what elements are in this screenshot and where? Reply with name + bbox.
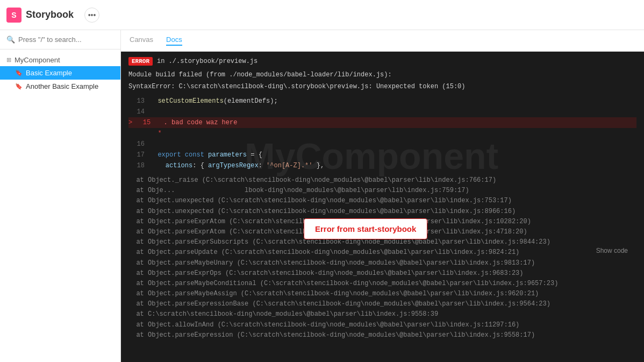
tab-canvas[interactable]: Canvas xyxy=(130,36,153,46)
sidebar-group-mycomponent[interactable]: ⊞ MyComponent xyxy=(0,54,120,66)
stack-line: at Object.unexpected (C:\scratch\stencil… xyxy=(128,196,636,206)
app-header: S Storybook ••• xyxy=(0,0,644,30)
sidebar-item-basic-example[interactable]: 🔖 Basic Example xyxy=(0,66,120,80)
stack-line: at Object.parseMaybeConditional (C:\scra… xyxy=(128,279,636,289)
bookmark-icon: 🔖 xyxy=(15,69,23,76)
bookmark-icon: 🔖 xyxy=(15,83,23,90)
app-name: Storybook xyxy=(26,9,74,20)
search-icon: 🔍 xyxy=(6,36,15,44)
tab-bar: Canvas Docs xyxy=(121,30,644,52)
sidebar-tree: ⊞ MyComponent 🔖 Basic Example 🔖 Another … xyxy=(0,49,120,362)
error-arrow: > xyxy=(128,119,132,126)
tab-docs[interactable]: Docs xyxy=(166,36,182,46)
stack-line: at Object._raise (C:\scratch\stencilbook… xyxy=(128,175,636,186)
code-line-15b: * xyxy=(128,128,636,139)
error-header: ERROR in ./.storybook/preview.js xyxy=(128,57,636,66)
search-bar: 🔍 xyxy=(0,30,120,49)
line-content: setCustomElements(elementDefs); xyxy=(150,97,278,105)
line-num: 16 xyxy=(128,140,145,148)
code-line-17: 17 export const parameters = { xyxy=(128,150,636,160)
line-num: 15 xyxy=(134,119,151,126)
line-num: 14 xyxy=(128,108,145,116)
logo-icon: S xyxy=(6,8,22,23)
error-file: in ./.storybook/preview.js xyxy=(157,58,257,65)
stack-line: at Object.allowInAnd (C:\scratch\stencil… xyxy=(128,320,636,330)
line-content: * xyxy=(150,130,162,137)
main-layout: 🔍 ⊞ MyComponent 🔖 Basic Example 🔖 Anothe… xyxy=(0,30,644,362)
logo-area: S Storybook ••• xyxy=(6,8,99,23)
show-code-button[interactable]: Show code xyxy=(596,247,628,254)
sidebar-item-another-basic-example[interactable]: 🔖 Another Basic Example xyxy=(0,80,120,93)
stack-line: at Object.parseExpressionBase (C:\scratc… xyxy=(128,299,636,309)
stack-line: at C:\scratch\stencilbook-ding\node_modu… xyxy=(128,309,636,320)
stack-line: at Object.parseMaybeUnary (C:\scratch\st… xyxy=(128,258,636,268)
search-input[interactable] xyxy=(18,36,114,44)
stack-line: at Object.unexpected (C:\scratch\stencil… xyxy=(128,207,636,217)
sidebar-item-label: Basic Example xyxy=(26,69,72,77)
code-line-16: 16 xyxy=(128,139,636,150)
stack-line: at Object.parseUpdate (C:\scratch\stenci… xyxy=(128,247,636,258)
sidebar-item-label: Another Basic Example xyxy=(26,82,98,90)
line-num: 13 xyxy=(128,97,145,105)
line-content: actions: { argTypesRegex: '^on[A-Z].*' }… xyxy=(150,162,324,169)
terminal-content: ERROR in ./.storybook/preview.js Module … xyxy=(121,52,644,346)
code-line-13: 13 setCustomElements(elementDefs); xyxy=(128,96,636,107)
stack-trace: at Object._raise (C:\scratch\stencilbook… xyxy=(128,175,636,340)
line-content: . bad code waz here xyxy=(156,119,237,126)
more-button[interactable]: ••• xyxy=(84,8,99,23)
line-content: export const parameters = { xyxy=(150,151,262,159)
sidebar-group-label: MyComponent xyxy=(15,56,60,64)
line-num: 17 xyxy=(128,151,145,159)
stack-line: at Object.parseExprOps (C:\scratch\stenc… xyxy=(128,268,636,279)
error-message-line2: SyntaxError: C:\scratch\stencilbook-ding… xyxy=(128,82,636,91)
error-tooltip: Error from start-storybook xyxy=(304,218,427,239)
sidebar: 🔍 ⊞ MyComponent 🔖 Basic Example 🔖 Anothe… xyxy=(0,30,121,362)
line-num: 18 xyxy=(128,162,145,169)
grid-icon: ⊞ xyxy=(6,56,11,63)
stack-line: at Object.parseMaybeAssign (C:\scratch\s… xyxy=(128,289,636,299)
error-badge: ERROR xyxy=(128,57,153,66)
error-terminal[interactable]: MyComponent ERROR in ./.storybook/previe… xyxy=(121,52,644,362)
code-line-14: 14 xyxy=(128,107,636,117)
code-line-15: > 15 . bad code waz here xyxy=(128,117,636,128)
stack-line: at Obje... lbook-ding\node_modules\@babe… xyxy=(128,186,636,196)
error-message-line1: Module build failed (from ./node_modules… xyxy=(128,70,636,80)
stack-line: at Object.parseExpression (C:\scratch\st… xyxy=(128,330,636,340)
code-block: 13 setCustomElements(elementDefs); 14 > … xyxy=(128,96,636,171)
content-area: Canvas Docs MyComponent ERROR in ./.stor… xyxy=(121,30,644,362)
code-line-18: 18 actions: { argTypesRegex: '^on[A-Z].*… xyxy=(128,160,636,171)
